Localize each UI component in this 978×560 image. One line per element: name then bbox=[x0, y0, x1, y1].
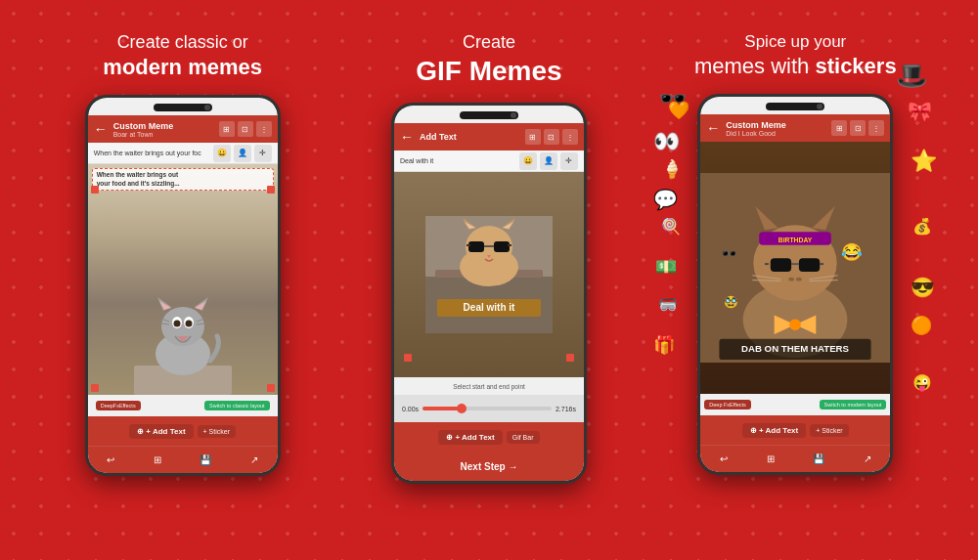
svg-point-44 bbox=[789, 278, 795, 281]
sticker-lollipop: 🍭 bbox=[661, 217, 681, 236]
phone1-appbar: ← Custom Meme Boar at Town ⊞ ⊡ ⋮ bbox=[88, 115, 278, 143]
gif-handle-br bbox=[566, 354, 574, 362]
sticker-dollar: 💰 bbox=[912, 217, 932, 236]
phone2-notch bbox=[460, 111, 518, 119]
phone-3: ← Custom Meme Did I Look Good ⊞ ⊡ ⋮ bbox=[697, 94, 893, 475]
sticker-sunglasses2: 😎 bbox=[911, 276, 935, 299]
phone1-tool-undo[interactable]: ↩ bbox=[107, 454, 114, 465]
phone2-toolbar-icons: ⊞ ⊡ ⋮ bbox=[525, 129, 578, 145]
phone2-back-icon: ← bbox=[400, 129, 414, 145]
phone1-layout-row: DeepFxEffects Switch to classic layout bbox=[88, 395, 278, 416]
phone3-undo-icon: ↩ bbox=[720, 453, 728, 464]
panel1-heading: Create classic or modern memes bbox=[103, 31, 262, 82]
panel3-line2: memes with stickers bbox=[694, 53, 897, 81]
phone3-addtext-icon: ⊕ bbox=[750, 426, 757, 435]
phone1-back-icon: ← bbox=[94, 121, 108, 137]
panel1-bold: modern memes bbox=[103, 55, 262, 79]
phone2-nextstep-label[interactable]: Next Step → bbox=[461, 461, 518, 472]
phone2-icon1: ⊞ bbox=[525, 129, 541, 145]
phone1-tool-share[interactable]: ↗ bbox=[250, 454, 258, 465]
phone1-addtext-label: + Add Text bbox=[146, 427, 185, 436]
sticker-money: 💵 bbox=[655, 256, 677, 278]
phone3-switch-btn[interactable]: Switch to modern layout bbox=[820, 400, 887, 409]
phone3-appbar: ← Custom Meme Did I Look Good ⊞ ⊡ ⋮ bbox=[700, 114, 890, 142]
phone1-subtitle: Boar at Town bbox=[113, 131, 215, 138]
phone1-icon3: ⋮ bbox=[256, 121, 272, 137]
phone2-face-icon: 😀 bbox=[519, 152, 537, 170]
phone1-save-icon: 💾 bbox=[200, 454, 211, 465]
phone1-notch bbox=[154, 104, 212, 111]
phone1-addtext-btn[interactable]: ⊕ + Add Text bbox=[129, 424, 193, 439]
phone2-icon3: ⋮ bbox=[562, 129, 578, 145]
sticker-icecream: 🍦 bbox=[661, 158, 683, 180]
panel2-gif-text: GIF Memes bbox=[416, 54, 561, 89]
phone1-share-icon: ↗ bbox=[250, 454, 258, 465]
phone2-title: Add Text bbox=[420, 132, 521, 142]
phone3-addtext-btn[interactable]: ⊕ + Add Text bbox=[742, 423, 806, 438]
phone1-bottom-toolbar: ↩ ⊞ 💾 ↗ bbox=[88, 446, 278, 473]
phone2-face-icon2: 👤 bbox=[540, 152, 557, 170]
phone3-tool-share[interactable]: ↗ bbox=[864, 453, 871, 464]
phone3-inner: ← Custom Meme Did I Look Good ⊞ ⊡ ⋮ bbox=[700, 97, 890, 472]
phone3-subtitle: Did I Look Good bbox=[726, 130, 827, 137]
phone3-tool-undo[interactable]: ↩ bbox=[720, 453, 728, 464]
phone3-addtext-bar: ⊕ + Add Text + Sticker bbox=[700, 415, 890, 445]
svg-text:BIRTHDAY: BIRTHDAY bbox=[778, 237, 813, 243]
phone2-time-start: 0.00s bbox=[402, 406, 419, 412]
phone2-cat-svg: Deal with it bbox=[425, 216, 553, 333]
phone3-tool-save[interactable]: 💾 bbox=[813, 453, 824, 464]
sticker-speech: 💬 bbox=[653, 188, 678, 211]
phone1-text-content: When the waiter brings out your foc bbox=[94, 150, 201, 156]
sticker-bow: 🎀 bbox=[908, 100, 932, 123]
phone1-tool-save[interactable]: 💾 bbox=[200, 454, 211, 465]
app-container: Create classic or modern memes ← Custom … bbox=[0, 0, 978, 560]
svg-point-9 bbox=[173, 321, 180, 327]
handle-bl bbox=[91, 384, 99, 392]
phone2-nextstep-bar: Next Step → bbox=[394, 452, 584, 481]
phone3-deepfx-btn[interactable]: Deep FxEffects bbox=[704, 400, 751, 409]
handle-tl bbox=[91, 186, 99, 194]
phone3-notch bbox=[766, 103, 824, 110]
panel-classic-memes: Create classic or modern memes ← Custom … bbox=[41, 22, 325, 539]
phone1-switch-btn[interactable]: Switch to classic layout bbox=[204, 401, 270, 410]
phone2-track-handle[interactable] bbox=[457, 404, 467, 413]
phone2-deal-text: Deal with it bbox=[400, 157, 433, 164]
phone2-addtext-btn[interactable]: ⊕ + Add Text bbox=[438, 430, 502, 445]
panel1-line1: Create classic or bbox=[103, 31, 262, 54]
phone3-image-area: BIRTHDAY bbox=[700, 142, 890, 394]
phone3-icon2: ⊡ bbox=[850, 120, 866, 136]
phone2-addtext-bar: ⊕ + Add Text Gif Bar bbox=[394, 422, 584, 452]
phone3-tool-resize[interactable]: ⊞ bbox=[767, 453, 775, 464]
phone1-undo-icon: ↩ bbox=[107, 454, 114, 465]
svg-rect-40 bbox=[799, 258, 820, 272]
phone3-icon3: ⋮ bbox=[868, 120, 884, 136]
phone2-gifbar-btn[interactable]: Gif Bar bbox=[507, 431, 540, 444]
phone1-tool-resize[interactable]: ⊞ bbox=[154, 454, 161, 465]
svg-text:🕶️: 🕶️ bbox=[722, 245, 738, 262]
phone2-select-text: Select start and end point bbox=[453, 383, 525, 390]
sticker-glasses: 🕶️ bbox=[658, 85, 688, 112]
phone2-track[interactable] bbox=[422, 407, 552, 410]
svg-text:DAB ON THEM HATERS: DAB ON THEM HATERS bbox=[741, 344, 850, 355]
phone-2: ← Add Text ⊞ ⊡ ⋮ Deal with it 😀 👤 bbox=[391, 103, 587, 484]
phone1-meme-text: When the waiter brings outyour food and … bbox=[92, 168, 274, 191]
phone2-text-bar: Deal with it 😀 👤 ✛ bbox=[394, 151, 584, 172]
phone3-save-icon: 💾 bbox=[813, 453, 824, 464]
panel3-line1: Spice up your bbox=[694, 31, 897, 53]
phone3-sticker-btn[interactable]: + Sticker bbox=[810, 424, 848, 437]
phone1-face-icon: 😀 bbox=[213, 145, 231, 162]
sticker-hat: 🎩 bbox=[896, 61, 927, 91]
phone2-select-points: Select start and end point bbox=[394, 377, 584, 395]
phone1-text-bar: When the waiter brings out your foc 😀 👤 … bbox=[88, 143, 278, 164]
phone2-inner: ← Add Text ⊞ ⊡ ⋮ Deal with it 😀 👤 bbox=[394, 106, 584, 481]
phone1-deepfx-btn[interactable]: DeepFxEffects bbox=[96, 401, 141, 410]
panel2-heading: Create GIF Memes bbox=[416, 31, 561, 90]
phone1-sticker-btn[interactable]: + Sticker bbox=[198, 425, 236, 438]
sticker-wink: 😜 bbox=[912, 373, 932, 392]
phone1-text-bar-right: 😀 👤 ✛ bbox=[213, 145, 272, 162]
phone2-appbar: ← Add Text ⊞ ⊡ ⋮ bbox=[394, 123, 584, 151]
handle-br bbox=[267, 384, 275, 392]
phone1-inner: ← Custom Meme Boar at Town ⊞ ⊡ ⋮ When th… bbox=[88, 98, 278, 473]
svg-rect-25 bbox=[494, 241, 510, 252]
phone3-cat-svg: BIRTHDAY bbox=[700, 142, 890, 394]
